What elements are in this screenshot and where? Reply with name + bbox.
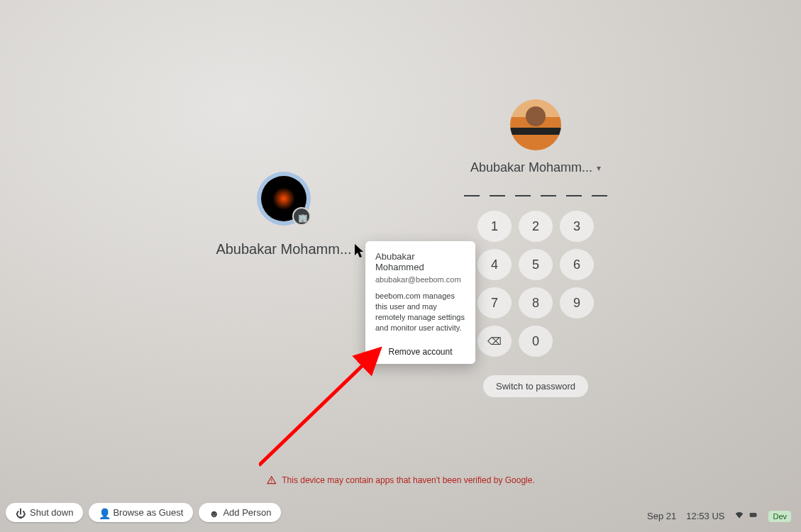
avatar-primary [510,99,561,150]
pin-key-4[interactable]: 4 [477,249,512,280]
popover-management-text: beebom.com manages this user and may rem… [375,291,465,333]
svg-rect-4 [756,514,757,516]
svg-line-0 [259,350,378,465]
status-area[interactable]: Sep 21 12:53 US Dev [647,510,791,522]
avatar-secondary: 🏢 [261,176,306,221]
shut-down-button[interactable]: ⏻ Shut down [6,503,83,522]
browse-as-guest-label: Browse as Guest [113,507,183,518]
remove-account-button[interactable]: Remove account [375,341,465,357]
add-person-button[interactable]: ☻ Add Person [199,503,281,522]
enterprise-badge-icon: 🏢 [298,213,308,223]
account-dropdown-popover: Abubakar Mohammed abubakar@beebom.com be… [365,241,475,364]
warning-text: This device may contain apps that haven'… [282,475,535,485]
add-person-label: Add Person [223,507,271,518]
pin-key-2[interactable]: 2 [519,211,553,242]
svg-point-2 [271,482,272,482]
add-person-icon: ☻ [209,508,219,518]
pin-key-1[interactable]: 1 [477,211,512,242]
shelf-left-actions: ⏻ Shut down 👤 Browse as Guest ☻ Add Pers… [6,503,281,522]
guest-icon: 👤 [99,508,109,518]
pin-key-8[interactable]: 8 [519,287,553,318]
user-picker-button[interactable]: Abubakar Mohamm... ▾ [470,160,601,175]
browse-as-guest-button[interactable]: 👤 Browse as Guest [89,503,193,522]
warning-triangle-icon [266,475,276,485]
wifi-icon [734,510,744,522]
pin-key-3[interactable]: 3 [560,211,594,242]
popover-account-email: abubakar@beebom.com [375,275,465,284]
chevron-down-icon: ▾ [597,163,601,173]
user-card-secondary[interactable]: 🏢 Abubakar Mohamm... [213,176,355,257]
pin-key-5[interactable]: 5 [519,249,553,280]
status-date: Sep 21 [647,511,676,521]
svg-rect-5 [751,514,756,516]
unverified-apps-warning: This device may contain apps that haven'… [266,475,535,485]
status-icons [734,510,758,522]
pin-key-backspace[interactable]: ⌫ [477,326,512,357]
switch-to-password-button[interactable]: Switch to password [483,375,588,397]
pin-input-display [447,195,624,196]
popover-account-name: Abubakar Mohammed [375,251,465,272]
pin-key-7[interactable]: 7 [477,287,512,318]
status-time-locale: 12:53 US [686,511,724,521]
power-icon: ⏻ [16,508,26,518]
shut-down-label: Shut down [30,507,73,518]
pin-keypad: 1 2 3 4 5 6 7 8 9 ⌫ 0 [476,211,595,357]
pin-key-empty [560,326,594,357]
battery-icon [748,510,758,522]
user-name-secondary: Abubakar Mohamm... [213,241,355,257]
annotation-arrow [259,345,401,487]
pin-key-6[interactable]: 6 [560,249,594,280]
user-name-primary: Abubakar Mohamm... [470,160,592,175]
pin-key-0[interactable]: 0 [519,326,553,357]
pin-key-9[interactable]: 9 [560,287,594,318]
dev-mode-badge: Dev [768,511,791,522]
